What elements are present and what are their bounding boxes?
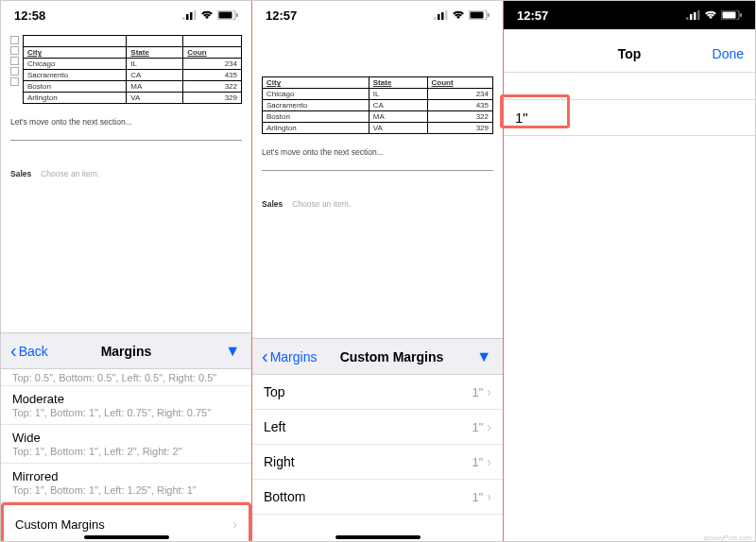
status-time: 12:58 bbox=[14, 8, 45, 23]
svg-rect-17 bbox=[697, 10, 700, 20]
table-row: BostonMA322 bbox=[263, 111, 493, 123]
sales-label: Sales bbox=[262, 199, 283, 209]
chevron-left-icon[interactable]: ‹ bbox=[10, 340, 17, 362]
sales-value[interactable]: Choose an item. bbox=[41, 169, 99, 178]
document-area: City State Coun ChicagoIL234 SacramentoC… bbox=[1, 29, 251, 178]
status-icons bbox=[182, 10, 238, 20]
svg-rect-16 bbox=[694, 12, 696, 20]
cellular-icon bbox=[182, 10, 197, 20]
back-button[interactable]: Back bbox=[19, 344, 48, 359]
svg-rect-13 bbox=[488, 13, 490, 17]
status-bar: 12:57 bbox=[252, 1, 503, 29]
svg-rect-6 bbox=[236, 13, 238, 17]
document-area: City State Count ChicagoIL234 Sacramento… bbox=[252, 29, 503, 209]
margin-values-list: Top 1"› Left 1"› Right 1"› Bottom 1"› bbox=[252, 375, 503, 542]
sales-value[interactable]: Choose an item. bbox=[292, 199, 351, 209]
data-table: City State Count ChicagoIL234 Sacramento… bbox=[262, 76, 493, 134]
margin-option-mirrored[interactable]: Mirrored Top: 1", Bottom: 1", Left: 1.25… bbox=[1, 464, 251, 502]
col-count: Count bbox=[427, 77, 492, 89]
chevron-right-icon: › bbox=[487, 384, 491, 399]
data-table: City State Coun ChicagoIL234 SacramentoC… bbox=[23, 35, 242, 104]
svg-rect-20 bbox=[740, 13, 742, 17]
cellular-icon bbox=[686, 10, 700, 20]
divider bbox=[262, 170, 493, 171]
cellular-icon bbox=[434, 10, 448, 20]
watermark: groovyPost.com bbox=[704, 534, 751, 541]
checkbox[interactable] bbox=[10, 36, 19, 44]
status-bar: 12:58 bbox=[1, 1, 251, 29]
option-truncated: Top: 0.5", Bottom: 0.5", Left: 0.5", Rig… bbox=[12, 372, 240, 383]
value-input-row[interactable]: 1" bbox=[504, 99, 755, 136]
svg-rect-15 bbox=[690, 14, 693, 20]
svg-rect-9 bbox=[441, 12, 444, 20]
margin-bottom-row[interactable]: Bottom 1"› bbox=[252, 480, 503, 515]
chevron-right-icon: › bbox=[232, 517, 237, 532]
svg-rect-1 bbox=[186, 14, 189, 20]
svg-rect-19 bbox=[723, 12, 736, 19]
nav-bar: Top Done bbox=[504, 35, 755, 73]
wifi-icon bbox=[200, 10, 214, 20]
svg-rect-8 bbox=[438, 14, 440, 20]
margin-options: Top: 0.5", Bottom: 0.5", Left: 0.5", Rig… bbox=[1, 369, 251, 542]
battery-icon bbox=[721, 10, 742, 20]
margins-sheet: ‹ Back Margins ▼ Top: 0.5", Bottom: 0.5"… bbox=[1, 332, 251, 542]
sales-label: Sales bbox=[10, 169, 31, 178]
checkbox[interactable] bbox=[10, 67, 19, 76]
nav-title: Top bbox=[618, 46, 642, 61]
home-indicator[interactable] bbox=[84, 535, 169, 539]
chevron-right-icon: › bbox=[487, 454, 491, 469]
col-count: Coun bbox=[183, 47, 242, 59]
col-state: State bbox=[127, 47, 183, 59]
table-row: ArlingtonVA329 bbox=[24, 93, 242, 104]
back-button[interactable]: Margins bbox=[270, 349, 318, 364]
svg-rect-10 bbox=[445, 10, 448, 20]
table-row: ChicagoIL234 bbox=[263, 89, 493, 100]
custom-margins-sheet: ‹ Margins Custom Margins ▼ Top 1"› Left … bbox=[252, 338, 503, 542]
svg-rect-3 bbox=[194, 10, 197, 20]
status-time: 12:57 bbox=[266, 8, 297, 23]
margin-option-moderate[interactable]: Moderate Top: 1", Bottom: 1", Left: 0.75… bbox=[1, 386, 251, 425]
table-row: SacramentoCA435 bbox=[263, 100, 493, 111]
value-input[interactable]: 1" bbox=[515, 110, 528, 126]
margin-left-row[interactable]: Left 1"› bbox=[252, 410, 503, 445]
highlight-box bbox=[500, 94, 570, 128]
svg-rect-14 bbox=[686, 17, 689, 20]
status-bar: 12:57 bbox=[504, 1, 755, 29]
margin-top-row[interactable]: Top 1"› bbox=[252, 375, 503, 410]
col-city: City bbox=[263, 77, 369, 89]
status-icons bbox=[686, 10, 742, 20]
margin-option-wide[interactable]: Wide Top: 1", Bottom: 1", Left: 2", Righ… bbox=[1, 425, 251, 464]
table-row: ChicagoIL234 bbox=[24, 59, 242, 70]
status-icons bbox=[434, 10, 490, 20]
col-city: City bbox=[24, 47, 127, 59]
done-button[interactable]: Done bbox=[713, 46, 744, 61]
table-row: SacramentoCA435 bbox=[24, 70, 242, 81]
col-state: State bbox=[369, 77, 427, 89]
chevron-right-icon: › bbox=[487, 419, 491, 434]
svg-rect-2 bbox=[190, 12, 193, 20]
table-row: BostonMA322 bbox=[24, 81, 242, 93]
screenshot-custom-margins: 12:57 City State Count Ch bbox=[252, 1, 504, 542]
home-indicator[interactable] bbox=[335, 535, 421, 539]
sheet-header: ‹ Margins Custom Margins ▼ bbox=[252, 339, 503, 375]
screenshot-top-value: 12:57 Top Done 1" groovyPost.com bbox=[504, 1, 755, 542]
checkbox[interactable] bbox=[10, 46, 19, 55]
chevron-right-icon: › bbox=[487, 489, 491, 504]
paragraph: Let's move onto the next section... bbox=[262, 147, 493, 157]
battery-icon bbox=[217, 10, 238, 20]
chevron-down-icon[interactable]: ▼ bbox=[476, 348, 491, 365]
table-row: ArlingtonVA329 bbox=[263, 123, 493, 134]
checkbox[interactable] bbox=[10, 77, 19, 86]
checkbox[interactable] bbox=[10, 57, 19, 65]
chevron-left-icon[interactable]: ‹ bbox=[262, 346, 268, 367]
svg-rect-5 bbox=[219, 12, 232, 19]
paragraph: Let's move onto the next section... bbox=[10, 117, 242, 127]
chevron-down-icon[interactable]: ▼ bbox=[225, 343, 240, 360]
battery-icon bbox=[469, 10, 490, 20]
status-time: 12:57 bbox=[517, 8, 548, 23]
wifi-icon bbox=[452, 10, 465, 20]
screenshot-margins-list: 12:58 bbox=[1, 1, 252, 542]
sheet-header: ‹ Back Margins ▼ bbox=[1, 333, 251, 369]
margin-right-row[interactable]: Right 1"› bbox=[252, 445, 503, 480]
svg-rect-0 bbox=[182, 17, 185, 20]
